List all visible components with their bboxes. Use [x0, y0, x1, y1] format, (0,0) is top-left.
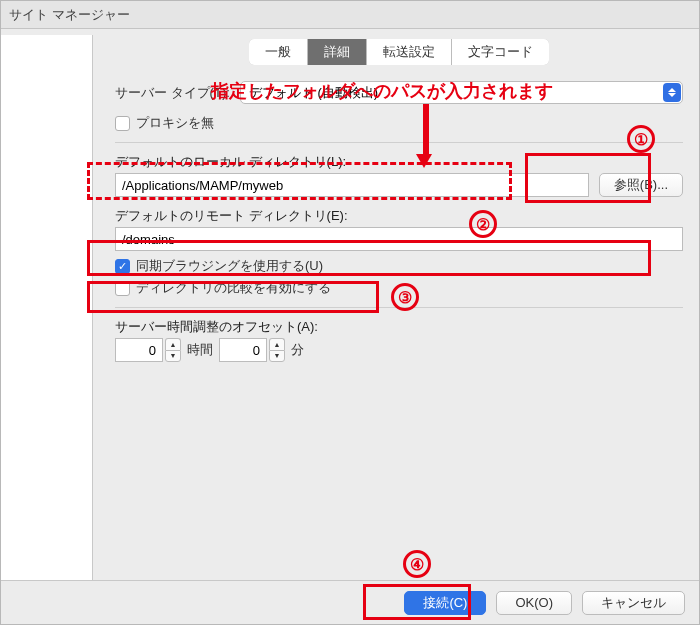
minutes-input[interactable]	[219, 338, 267, 362]
remote-dir-label: デフォルトのリモート ディレクトリ(E):	[115, 207, 683, 225]
local-dir-input[interactable]	[115, 173, 589, 197]
sync-browsing-checkbox[interactable]	[115, 259, 130, 274]
hours-step-up[interactable]: ▲	[165, 338, 181, 350]
browse-button[interactable]: 参照(B)...	[599, 173, 683, 197]
connect-button[interactable]: 接続(C)	[404, 591, 486, 615]
local-dir-label: デフォルトのローカル ディレクトリ(L):	[115, 153, 683, 171]
tab-transfer[interactable]: 転送設定	[367, 39, 452, 65]
sync-browsing-row[interactable]: 同期ブラウジングを使用する(U)	[115, 257, 683, 275]
details-panel: 一般 詳細 転送設定 文字コード サーバー タイプ(T): デフォルト (自動検…	[93, 29, 699, 580]
hours-field: ▲ ▼	[115, 338, 181, 362]
proxy-checkbox-label: プロキシを無	[136, 114, 214, 132]
dir-compare-row[interactable]: ディレクトリの比較を有効にする	[115, 279, 683, 297]
divider-1	[115, 142, 683, 143]
proxy-checkbox[interactable]	[115, 116, 130, 131]
minutes-step-down[interactable]: ▼	[269, 350, 285, 363]
divider-2	[115, 307, 683, 308]
local-dir-row: 参照(B)...	[115, 173, 683, 197]
minutes-field: ▲ ▼	[219, 338, 285, 362]
window-title: サイト マネージャー	[9, 6, 130, 24]
dialog-footer: 接続(C) OK(O) キャンセル	[1, 580, 699, 624]
ok-button[interactable]: OK(O)	[496, 591, 572, 615]
minutes-suffix: 分	[291, 341, 304, 359]
tab-charset[interactable]: 文字コード	[452, 39, 549, 65]
local-dir-wrap	[115, 173, 589, 197]
hours-step-down[interactable]: ▼	[165, 350, 181, 363]
dir-compare-label: ディレクトリの比較を有効にする	[136, 279, 331, 297]
dir-compare-checkbox[interactable]	[115, 281, 130, 296]
site-manager-window: サイト マネージャー 一般 詳細 転送設定 文字コード サーバー タイプ(T):…	[0, 0, 700, 625]
select-arrow-icon	[663, 83, 681, 102]
minutes-step-up[interactable]: ▲	[269, 338, 285, 350]
hours-suffix: 時間	[187, 341, 213, 359]
hours-stepper[interactable]: ▲ ▼	[165, 338, 181, 362]
server-type-select[interactable]: デフォルト (自動検出)	[240, 81, 683, 104]
server-type-select-wrap[interactable]: デフォルト (自動検出)	[240, 81, 683, 104]
tab-bar: 一般 詳細 転送設定 文字コード	[115, 39, 683, 65]
sync-browsing-label: 同期ブラウジングを使用する(U)	[136, 257, 323, 275]
tab-details[interactable]: 詳細	[308, 39, 367, 65]
proxy-checkbox-row[interactable]: プロキシを無	[115, 114, 683, 132]
server-type-row: サーバー タイプ(T): デフォルト (自動検出)	[115, 81, 683, 104]
tab-seg: 一般 詳細 転送設定 文字コード	[249, 39, 549, 65]
cancel-button[interactable]: キャンセル	[582, 591, 685, 615]
site-list-panel[interactable]	[1, 35, 93, 580]
remote-dir-row	[115, 227, 683, 251]
tab-general[interactable]: 一般	[249, 39, 308, 65]
hours-input[interactable]	[115, 338, 163, 362]
server-type-label: サーバー タイプ(T):	[115, 84, 230, 102]
offset-label: サーバー時間調整のオフセット(A):	[115, 318, 683, 336]
window-body: 一般 詳細 転送設定 文字コード サーバー タイプ(T): デフォルト (自動検…	[1, 29, 699, 580]
remote-dir-input[interactable]	[115, 227, 683, 251]
title-bar: サイト マネージャー	[1, 1, 699, 29]
minutes-stepper[interactable]: ▲ ▼	[269, 338, 285, 362]
offset-row: ▲ ▼ 時間 ▲ ▼ 分	[115, 338, 683, 362]
